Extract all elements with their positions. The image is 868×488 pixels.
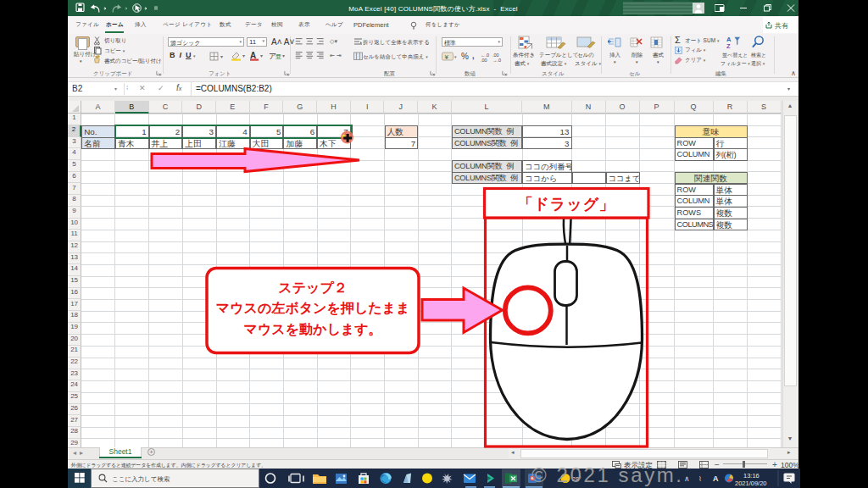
svg-text:A: A — [713, 474, 719, 483]
svg-text:13:16: 13:16 — [743, 472, 760, 480]
svg-text:∧: ∧ — [684, 474, 690, 483]
svg-text:2021/09/20: 2021/09/20 — [735, 480, 767, 487]
svg-text:⌇: ⌇ — [698, 475, 702, 483]
